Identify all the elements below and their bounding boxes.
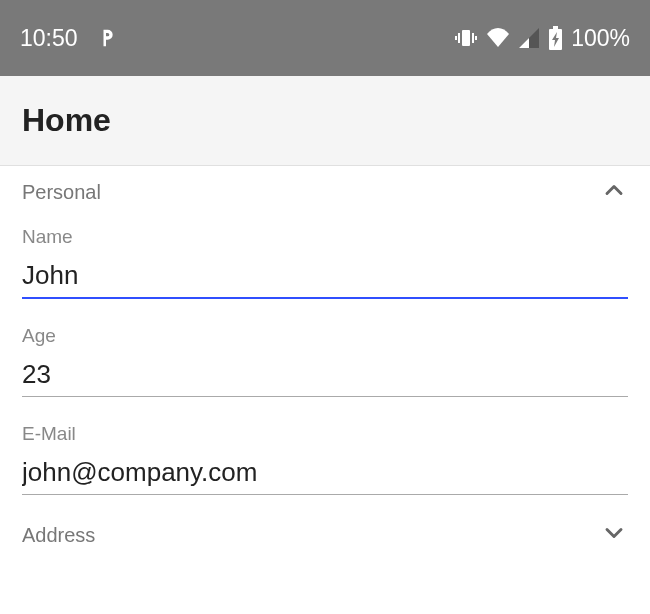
content: Personal Name Age E-Mail Address	[0, 166, 650, 557]
page-title: Home	[22, 102, 111, 139]
field-name: Name	[0, 214, 650, 313]
chevron-down-icon	[600, 519, 628, 551]
chevron-up-icon	[600, 176, 628, 208]
field-label: E-Mail	[22, 423, 628, 445]
email-input[interactable]	[22, 453, 628, 495]
app-bar: Home	[0, 76, 650, 166]
age-input[interactable]	[22, 355, 628, 397]
svg-rect-5	[553, 26, 558, 29]
status-bar: 10:50	[0, 0, 650, 76]
field-email: E-Mail	[0, 411, 650, 509]
p-icon	[96, 28, 116, 48]
cellular-icon	[518, 27, 540, 49]
section-title: Address	[22, 524, 95, 547]
wifi-icon	[486, 27, 510, 49]
battery-icon	[548, 26, 563, 50]
battery-percent: 100%	[571, 25, 630, 52]
section-header-personal[interactable]: Personal	[0, 166, 650, 214]
svg-rect-0	[462, 30, 470, 46]
status-bar-left: 10:50	[20, 25, 116, 52]
section-title: Personal	[22, 181, 101, 204]
field-label: Age	[22, 325, 628, 347]
field-label: Name	[22, 226, 628, 248]
name-input[interactable]	[22, 256, 628, 299]
status-time: 10:50	[20, 25, 78, 52]
vibrate-icon	[454, 26, 478, 50]
section-header-address[interactable]: Address	[0, 509, 650, 557]
status-bar-right: 100%	[454, 25, 630, 52]
field-age: Age	[0, 313, 650, 411]
